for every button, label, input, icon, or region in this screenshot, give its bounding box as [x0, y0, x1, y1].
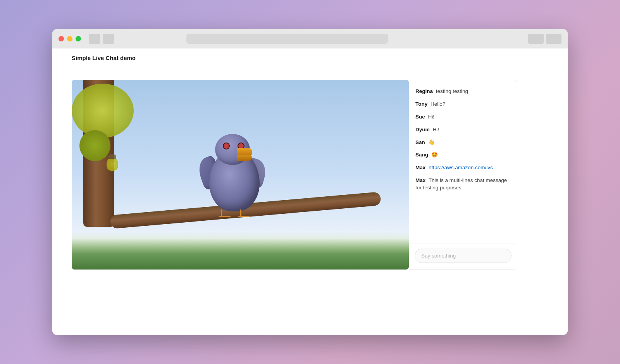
- chat-message-text: 🤩: [431, 152, 438, 158]
- chat-message-text: 👋: [428, 139, 435, 145]
- bird-scene: [72, 80, 409, 270]
- bird-foot-left: [219, 209, 231, 217]
- bird-feet: [219, 209, 250, 217]
- list-item: San 👋: [415, 139, 511, 146]
- list-item: Tony Hello?: [415, 101, 511, 108]
- browser-controls: [89, 34, 114, 44]
- chat-message-text: testing testing: [436, 88, 468, 94]
- back-button[interactable]: [89, 34, 100, 44]
- bird-beak-lower: [237, 155, 252, 161]
- traffic-lights: [59, 36, 81, 41]
- browser-window: Simple Live Chat demo: [52, 29, 568, 335]
- chat-username: Max: [415, 165, 425, 170]
- list-item: Dyuie Hi!: [415, 126, 511, 134]
- chat-message-link[interactable]: https://aws.amazon.com/ivs: [429, 165, 493, 170]
- page-title: Simple Live Chat demo: [72, 55, 136, 61]
- chat-input-area: [409, 244, 517, 269]
- ground-foliage: [72, 239, 409, 270]
- page-header: Simple Live Chat demo: [52, 48, 568, 68]
- bird-foot-right: [238, 209, 250, 217]
- video-placeholder: [72, 80, 409, 270]
- bird: [203, 134, 265, 211]
- list-item: Sue Hi!: [415, 113, 511, 121]
- chat-username: San: [415, 139, 425, 145]
- chat-input[interactable]: [415, 249, 512, 263]
- chat-panel: Regina testing testing Tony Hello? Sue H…: [409, 80, 517, 270]
- page-content: Simple Live Chat demo: [52, 48, 568, 335]
- maximize-button[interactable]: [76, 36, 81, 41]
- address-bar[interactable]: [186, 34, 388, 44]
- chat-message-text: Hi!: [428, 114, 435, 120]
- tree-trunk: [83, 80, 114, 227]
- list-item: Max https://aws.amazon.com/ivs: [415, 164, 511, 172]
- chat-message-text: Hello?: [431, 101, 445, 107]
- browser-actions: [528, 34, 561, 44]
- chat-messages: Regina testing testing Tony Hello? Sue H…: [409, 80, 517, 244]
- list-item: Sang 🤩: [415, 151, 511, 159]
- list-item: Regina testing testing: [415, 88, 511, 95]
- share-button[interactable]: [528, 34, 544, 44]
- chat-username: Tony: [415, 101, 427, 107]
- chat-username: Dyuie: [415, 127, 430, 132]
- main-area: Regina testing testing Tony Hello? Sue H…: [52, 68, 568, 335]
- extensions-button[interactable]: [546, 34, 561, 44]
- bird-head: [215, 134, 250, 165]
- chat-message-text: Hi!: [433, 127, 439, 132]
- tree-foliage-secondary: [79, 130, 110, 161]
- minimize-button[interactable]: [67, 36, 72, 41]
- chat-username: Sue: [415, 114, 425, 120]
- chat-username: Regina: [415, 88, 433, 94]
- video-player[interactable]: [72, 80, 409, 270]
- tree-foliage: [72, 84, 134, 138]
- list-item: Max This is a multi-lines chat message f…: [415, 177, 511, 192]
- acorn: [107, 157, 118, 171]
- bird-eye-left: [223, 143, 230, 149]
- chat-username: Max: [415, 177, 425, 183]
- chat-username: Sang: [415, 152, 428, 158]
- forward-button[interactable]: [103, 34, 114, 44]
- chat-message-text: This is a multi-lines chat message for t…: [415, 177, 507, 191]
- browser-titlebar: [52, 29, 568, 48]
- close-button[interactable]: [59, 36, 64, 41]
